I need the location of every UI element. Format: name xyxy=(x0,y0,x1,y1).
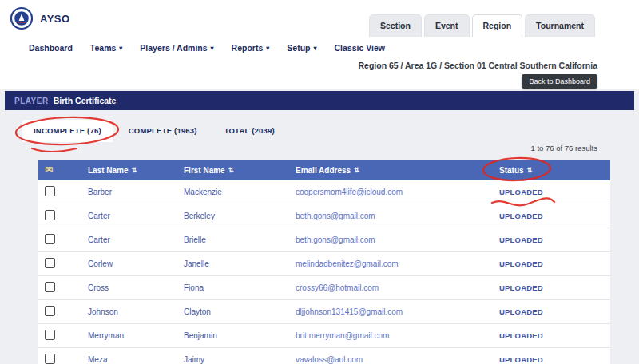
filter-tab-total[interactable]: TOTAL (2039) xyxy=(213,120,286,142)
nav-item-setup[interactable]: Setup▾ xyxy=(287,43,316,53)
status-cell[interactable]: UPLOADED xyxy=(499,331,610,340)
column-header-status[interactable]: Status⇅ xyxy=(499,166,610,175)
first-name-cell[interactable]: Benjamin xyxy=(184,331,296,340)
table-row: BarberMackenziecoopersmom4life@icloud.co… xyxy=(38,180,610,204)
last-name-cell[interactable]: Meza xyxy=(88,355,184,364)
first-name-cell[interactable]: Berkeley xyxy=(184,212,296,220)
status-cell[interactable]: UPLOADED xyxy=(499,188,610,196)
status-cell[interactable]: UPLOADED xyxy=(499,259,610,268)
main-nav: DashboardTeams▾Players / Admins▾Reports▾… xyxy=(0,37,639,59)
status-cell[interactable]: UPLOADED xyxy=(499,212,610,220)
table-body: BarberMackenziecoopersmom4life@icloud.co… xyxy=(38,180,610,364)
checkbox-cell xyxy=(38,281,88,295)
checkbox-cell xyxy=(38,185,88,200)
column-header-last-name[interactable]: Last Name⇅ xyxy=(88,166,184,175)
email-cell[interactable]: coopersmom4life@icloud.com xyxy=(296,188,499,196)
column-header-first-name[interactable]: First Name⇅ xyxy=(184,166,296,175)
first-name-cell[interactable]: Mackenzie xyxy=(184,188,296,196)
results-count: 1 to 76 of 76 results xyxy=(0,144,597,155)
last-name-cell[interactable]: Carter xyxy=(88,235,184,244)
nav-item-label: Dashboard xyxy=(29,43,73,53)
caret-down-icon: ▾ xyxy=(266,45,269,52)
status-cell[interactable]: UPLOADED xyxy=(499,235,610,244)
org-tabs: SectionEventRegionTournament xyxy=(369,14,595,37)
first-name-cell[interactable]: Clayton xyxy=(184,307,296,316)
brand: AYSO xyxy=(10,6,70,30)
table-row: MezaJaimyvavaloss@aol.comUPLOADED xyxy=(38,348,610,364)
first-name-cell[interactable]: Brielle xyxy=(184,235,296,244)
sort-icon[interactable]: ⇅ xyxy=(228,166,234,174)
checkbox-cell xyxy=(38,233,88,247)
email-cell[interactable]: vavaloss@aol.com xyxy=(296,355,499,364)
checkbox-cell xyxy=(38,209,88,224)
row-checkbox[interactable] xyxy=(45,186,55,196)
nav-item-classic-view[interactable]: Classic View xyxy=(335,43,385,53)
table-row: CrossFionacrossy66@hotmail.comUPLOADED xyxy=(38,276,610,300)
status-cell[interactable]: UPLOADED xyxy=(499,307,610,316)
last-name-cell[interactable]: Corlew xyxy=(88,259,184,268)
first-name-cell[interactable]: Janelle xyxy=(184,259,296,268)
org-tab-event[interactable]: Event xyxy=(424,14,470,37)
nav-item-label: Classic View xyxy=(335,43,385,53)
email-cell[interactable]: crossy66@hotmail.com xyxy=(296,283,499,292)
last-name-cell[interactable]: Carter xyxy=(88,212,184,220)
column-header-label: Email Address xyxy=(296,166,351,175)
last-name-cell[interactable]: Johnson xyxy=(88,307,184,316)
row-checkbox[interactable] xyxy=(45,306,55,316)
row-checkbox[interactable] xyxy=(45,354,55,364)
nav-item-players-admins[interactable]: Players / Admins▾ xyxy=(140,43,213,53)
envelope-icon: ✉ xyxy=(45,164,53,176)
breadcrumb: Region 65 / Area 1G / Section 01 Central… xyxy=(0,61,639,73)
nav-item-reports[interactable]: Reports▾ xyxy=(232,43,270,53)
email-cell[interactable]: beth.gons@gmail.com xyxy=(296,235,499,244)
screen: AYSO SectionEventRegionTournament Dashbo… xyxy=(0,0,639,364)
first-name-cell[interactable]: Fiona xyxy=(184,283,296,292)
sort-icon[interactable]: ⇅ xyxy=(527,166,533,174)
table-row: CarterBriellebeth.gons@gmail.comUPLOADED xyxy=(38,228,610,252)
email-cell[interactable]: melindadbenitez@gmail.com xyxy=(296,259,499,268)
caret-down-icon: ▾ xyxy=(211,45,214,52)
brand-name: AYSO xyxy=(40,13,70,25)
nav-item-label: Setup xyxy=(287,43,310,53)
nav-item-teams[interactable]: Teams▾ xyxy=(90,43,123,53)
nav-item-label: Reports xyxy=(232,43,264,53)
sort-icon[interactable]: ⇅ xyxy=(132,166,137,174)
first-name-cell[interactable]: Jaimy xyxy=(184,355,296,364)
select-all-header-cell[interactable]: ✉ xyxy=(38,164,88,176)
row-checkbox[interactable] xyxy=(45,258,55,268)
top-header: AYSO SectionEventRegionTournament xyxy=(0,0,639,37)
table-row: CorlewJanellemelindadbenitez@gmail.comUP… xyxy=(38,252,610,276)
email-cell[interactable]: brit.merryman@gmail.com xyxy=(296,331,499,340)
org-tab-section[interactable]: Section xyxy=(369,14,422,37)
row-checkbox[interactable] xyxy=(45,234,55,244)
email-cell[interactable]: beth.gons@gmail.com xyxy=(296,212,499,220)
nav-item-label: Teams xyxy=(90,43,117,53)
status-cell[interactable]: UPLOADED xyxy=(499,355,610,364)
column-header-email-address[interactable]: Email Address⇅ xyxy=(296,166,499,175)
filter-tab-incomplete[interactable]: INCOMPLETE (76) xyxy=(22,120,113,142)
row-checkbox[interactable] xyxy=(45,210,55,220)
filter-tab-complete[interactable]: COMPLETE (1963) xyxy=(117,120,208,142)
org-tab-tournament[interactable]: Tournament xyxy=(525,14,595,37)
nav-item-dashboard[interactable]: Dashboard xyxy=(29,43,73,53)
filter-tabs: INCOMPLETE (76)COMPLETE (1963)TOTAL (203… xyxy=(22,120,639,142)
last-name-cell[interactable]: Cross xyxy=(88,283,184,292)
main-content: PLAYER Birth Certificate INCOMPLETE (76)… xyxy=(0,89,639,364)
org-tab-region[interactable]: Region xyxy=(472,14,523,37)
table-row: JohnsonClaytondljjohnson131415@gmail.com… xyxy=(38,300,610,324)
checkbox-cell xyxy=(38,353,88,364)
nav-item-label: Players / Admins xyxy=(140,43,207,53)
email-cell[interactable]: dljjohnson131415@gmail.com xyxy=(296,307,499,316)
table-row: MerrymanBenjaminbrit.merryman@gmail.comU… xyxy=(38,324,610,348)
row-checkbox[interactable] xyxy=(45,330,55,340)
caret-down-icon: ▾ xyxy=(313,45,316,52)
sort-icon[interactable]: ⇅ xyxy=(354,166,359,174)
column-header-label: Status xyxy=(499,166,524,175)
status-cell[interactable]: UPLOADED xyxy=(499,283,610,292)
last-name-cell[interactable]: Merryman xyxy=(88,331,184,340)
row-checkbox[interactable] xyxy=(45,282,55,292)
last-name-cell[interactable]: Barber xyxy=(88,188,184,196)
checkbox-cell xyxy=(38,305,88,319)
breadcrumb-rest: / Area 1G / Section 01 Central Southern … xyxy=(399,61,597,70)
back-to-dashboard-button[interactable]: Back to Dashboard xyxy=(522,74,597,89)
